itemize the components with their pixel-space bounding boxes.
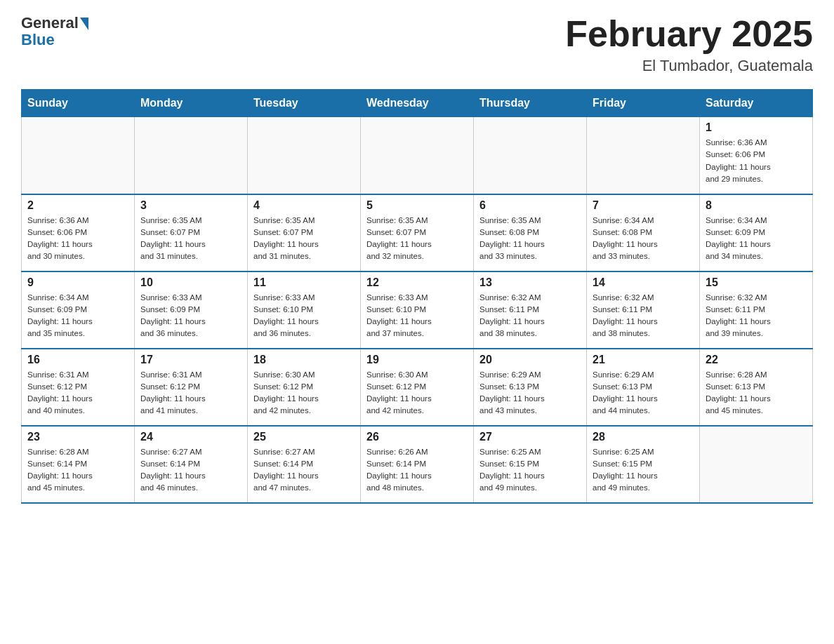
calendar-cell: 15Sunrise: 6:32 AM Sunset: 6:11 PM Dayli…: [700, 271, 813, 349]
calendar-cell: 24Sunrise: 6:27 AM Sunset: 6:14 PM Dayli…: [135, 426, 248, 503]
calendar-cell: 19Sunrise: 6:30 AM Sunset: 6:12 PM Dayli…: [361, 349, 474, 426]
day-number: 9: [27, 276, 128, 289]
day-info: Sunrise: 6:34 AM Sunset: 6:08 PM Dayligh…: [593, 215, 694, 263]
day-number: 21: [593, 354, 694, 366]
day-number: 8: [706, 199, 807, 212]
calendar-cell: 18Sunrise: 6:30 AM Sunset: 6:12 PM Dayli…: [248, 349, 361, 426]
day-info: Sunrise: 6:35 AM Sunset: 6:08 PM Dayligh…: [479, 215, 581, 263]
day-info: Sunrise: 6:34 AM Sunset: 6:09 PM Dayligh…: [706, 215, 807, 263]
day-info: Sunrise: 6:28 AM Sunset: 6:14 PM Dayligh…: [27, 446, 128, 495]
calendar-cell: 21Sunrise: 6:29 AM Sunset: 6:13 PM Dayli…: [587, 349, 700, 426]
calendar-cell: 25Sunrise: 6:27 AM Sunset: 6:14 PM Dayli…: [248, 426, 361, 503]
calendar-cell: 2Sunrise: 6:36 AM Sunset: 6:06 PM Daylig…: [22, 194, 135, 271]
logo-arrow-icon: [80, 18, 88, 30]
day-info: Sunrise: 6:35 AM Sunset: 6:07 PM Dayligh…: [140, 215, 241, 263]
logo-blue-text: Blue: [21, 31, 55, 49]
calendar-week-5: 23Sunrise: 6:28 AM Sunset: 6:14 PM Dayli…: [22, 426, 813, 503]
calendar-cell: 9Sunrise: 6:34 AM Sunset: 6:09 PM Daylig…: [22, 271, 135, 349]
location-title: El Tumbador, Guatemala: [565, 57, 813, 75]
calendar-table: SundayMondayTuesdayWednesdayThursdayFrid…: [21, 89, 813, 504]
day-number: 15: [706, 276, 807, 289]
day-info: Sunrise: 6:36 AM Sunset: 6:06 PM Dayligh…: [27, 215, 128, 263]
calendar-cell: 11Sunrise: 6:33 AM Sunset: 6:10 PM Dayli…: [248, 271, 361, 349]
calendar-cell: 12Sunrise: 6:33 AM Sunset: 6:10 PM Dayli…: [361, 271, 474, 349]
calendar-cell: 20Sunrise: 6:29 AM Sunset: 6:13 PM Dayli…: [474, 349, 587, 426]
day-header-friday: Friday: [587, 90, 700, 117]
day-info: Sunrise: 6:33 AM Sunset: 6:09 PM Dayligh…: [140, 292, 241, 340]
day-number: 26: [366, 431, 468, 443]
month-title: February 2025: [565, 14, 813, 54]
day-info: Sunrise: 6:27 AM Sunset: 6:14 PM Dayligh…: [140, 446, 241, 495]
calendar-cell: 26Sunrise: 6:26 AM Sunset: 6:14 PM Dayli…: [361, 426, 474, 503]
calendar-week-1: 1Sunrise: 6:36 AM Sunset: 6:06 PM Daylig…: [22, 117, 813, 194]
day-info: Sunrise: 6:35 AM Sunset: 6:07 PM Dayligh…: [366, 215, 468, 263]
day-info: Sunrise: 6:28 AM Sunset: 6:13 PM Dayligh…: [706, 369, 807, 417]
logo-top: General: [21, 14, 88, 32]
day-number: 18: [253, 354, 355, 366]
day-number: 12: [366, 276, 468, 289]
day-info: Sunrise: 6:34 AM Sunset: 6:09 PM Dayligh…: [27, 292, 128, 340]
calendar-cell: [22, 117, 135, 194]
day-info: Sunrise: 6:27 AM Sunset: 6:14 PM Dayligh…: [253, 446, 355, 495]
calendar-cell: 3Sunrise: 6:35 AM Sunset: 6:07 PM Daylig…: [135, 194, 248, 271]
calendar-cell: 1Sunrise: 6:36 AM Sunset: 6:06 PM Daylig…: [700, 117, 813, 194]
day-info: Sunrise: 6:36 AM Sunset: 6:06 PM Dayligh…: [706, 137, 807, 185]
day-number: 19: [366, 354, 468, 366]
day-number: 14: [593, 276, 694, 289]
calendar-cell: [474, 117, 587, 194]
day-info: Sunrise: 6:32 AM Sunset: 6:11 PM Dayligh…: [593, 292, 694, 340]
day-number: 7: [593, 199, 694, 212]
day-number: 4: [253, 199, 355, 212]
calendar-cell: 22Sunrise: 6:28 AM Sunset: 6:13 PM Dayli…: [700, 349, 813, 426]
calendar-cell: [587, 117, 700, 194]
day-info: Sunrise: 6:31 AM Sunset: 6:12 PM Dayligh…: [27, 369, 128, 417]
day-info: Sunrise: 6:29 AM Sunset: 6:13 PM Dayligh…: [593, 369, 694, 417]
calendar-cell: [700, 426, 813, 503]
day-info: Sunrise: 6:29 AM Sunset: 6:13 PM Dayligh…: [479, 369, 581, 417]
calendar-cell: 8Sunrise: 6:34 AM Sunset: 6:09 PM Daylig…: [700, 194, 813, 271]
calendar-week-3: 9Sunrise: 6:34 AM Sunset: 6:09 PM Daylig…: [22, 271, 813, 349]
calendar-header: SundayMondayTuesdayWednesdayThursdayFrid…: [22, 90, 813, 117]
day-info: Sunrise: 6:33 AM Sunset: 6:10 PM Dayligh…: [366, 292, 468, 340]
day-header-monday: Monday: [135, 90, 248, 117]
calendar-cell: [361, 117, 474, 194]
day-info: Sunrise: 6:25 AM Sunset: 6:15 PM Dayligh…: [479, 446, 581, 495]
header-row: SundayMondayTuesdayWednesdayThursdayFrid…: [22, 90, 813, 117]
calendar-week-4: 16Sunrise: 6:31 AM Sunset: 6:12 PM Dayli…: [22, 349, 813, 426]
calendar-cell: 27Sunrise: 6:25 AM Sunset: 6:15 PM Dayli…: [474, 426, 587, 503]
day-number: 25: [253, 431, 355, 443]
calendar-cell: 13Sunrise: 6:32 AM Sunset: 6:11 PM Dayli…: [474, 271, 587, 349]
calendar-cell: 6Sunrise: 6:35 AM Sunset: 6:08 PM Daylig…: [474, 194, 587, 271]
day-number: 3: [140, 199, 241, 212]
page-header: General Blue February 2025 El Tumbador, …: [21, 14, 813, 75]
day-number: 10: [140, 276, 241, 289]
day-number: 16: [27, 354, 128, 366]
day-number: 11: [253, 276, 355, 289]
logo-general-text: General: [21, 14, 79, 32]
day-number: 24: [140, 431, 241, 443]
day-number: 5: [366, 199, 468, 212]
calendar-week-2: 2Sunrise: 6:36 AM Sunset: 6:06 PM Daylig…: [22, 194, 813, 271]
day-info: Sunrise: 6:32 AM Sunset: 6:11 PM Dayligh…: [479, 292, 581, 340]
calendar-cell: 5Sunrise: 6:35 AM Sunset: 6:07 PM Daylig…: [361, 194, 474, 271]
day-number: 20: [479, 354, 581, 366]
day-info: Sunrise: 6:31 AM Sunset: 6:12 PM Dayligh…: [140, 369, 241, 417]
calendar-cell: 10Sunrise: 6:33 AM Sunset: 6:09 PM Dayli…: [135, 271, 248, 349]
calendar-cell: 16Sunrise: 6:31 AM Sunset: 6:12 PM Dayli…: [22, 349, 135, 426]
calendar-cell: 7Sunrise: 6:34 AM Sunset: 6:08 PM Daylig…: [587, 194, 700, 271]
day-number: 2: [27, 199, 128, 212]
day-number: 6: [479, 199, 581, 212]
logo: General Blue: [21, 14, 88, 49]
day-header-saturday: Saturday: [700, 90, 813, 117]
day-info: Sunrise: 6:33 AM Sunset: 6:10 PM Dayligh…: [253, 292, 355, 340]
day-number: 17: [140, 354, 241, 366]
day-info: Sunrise: 6:35 AM Sunset: 6:07 PM Dayligh…: [253, 215, 355, 263]
day-info: Sunrise: 6:32 AM Sunset: 6:11 PM Dayligh…: [706, 292, 807, 340]
day-number: 13: [479, 276, 581, 289]
calendar-cell: 28Sunrise: 6:25 AM Sunset: 6:15 PM Dayli…: [587, 426, 700, 503]
calendar-cell: [248, 117, 361, 194]
day-info: Sunrise: 6:25 AM Sunset: 6:15 PM Dayligh…: [593, 446, 694, 495]
day-number: 23: [27, 431, 128, 443]
calendar-cell: 17Sunrise: 6:31 AM Sunset: 6:12 PM Dayli…: [135, 349, 248, 426]
day-header-wednesday: Wednesday: [361, 90, 474, 117]
